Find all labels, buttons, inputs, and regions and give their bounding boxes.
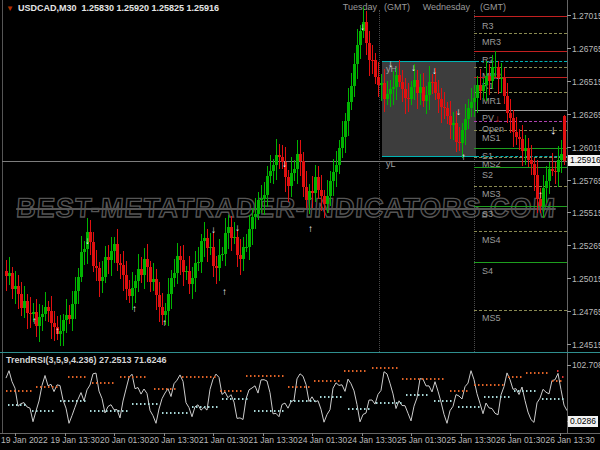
- time-axis-tick: [560, 433, 561, 436]
- down-arrow-marker: ↓: [432, 65, 437, 77]
- price-tick-mark: [567, 48, 571, 49]
- time-axis-label: 20 Jan 13:30: [150, 435, 199, 445]
- trendrsi-plot: [2, 353, 567, 433]
- time-axis-tick: [461, 433, 462, 436]
- price-tick-mark: [567, 311, 571, 312]
- down-arrow-marker: ↓: [495, 113, 500, 125]
- down-arrow-marker: ↓: [550, 124, 557, 136]
- down-arrow-marker: ↓: [456, 106, 461, 118]
- trendrsi-subwindow[interactable]: TrendRSI(3,5,9,4.236) 27.2513 71.6246: [2, 353, 567, 433]
- price-tick-mark: [567, 114, 571, 115]
- symbol-dropdown-icon[interactable]: ▼: [6, 4, 14, 13]
- time-axis-label: 20 Jan 01:30: [100, 435, 149, 445]
- time-axis-tick: [312, 433, 313, 436]
- price-tick-label: 1.24765: [572, 307, 600, 317]
- price-tick-label: 1.25765: [572, 176, 600, 186]
- price-tick-label: 1.26515: [572, 77, 600, 87]
- signal-arrows-layer: ↑↑↓↑↑↓↑↓↓↑↓↓↓↓↓↑↓↑↓: [2, 0, 567, 352]
- price-tick-label: 1.24515: [572, 340, 600, 350]
- time-axis-label: 24 Jan 01:30: [298, 435, 347, 445]
- time-axis-label: 19 Jan 13:30: [51, 435, 100, 445]
- up-arrow-marker: ↑: [162, 317, 167, 329]
- down-arrow-marker: ↓: [282, 158, 287, 170]
- time-axis[interactable]: 19 Jan 202219 Jan 13:3020 Jan 01:3020 Ja…: [0, 435, 600, 450]
- indicator-scale-tick: [567, 365, 571, 366]
- price-tick-mark: [567, 344, 571, 345]
- price-tick-mark: [567, 15, 571, 16]
- indicator-scale-max: 102.7087: [572, 361, 600, 370]
- down-arrow-marker: ↓: [411, 62, 416, 74]
- price-tick-label: 1.26015: [572, 143, 600, 153]
- price-tick-mark: [567, 278, 571, 279]
- down-arrow-marker: ↓: [388, 58, 393, 70]
- time-axis-label: 21 Jan 01:30: [199, 435, 248, 445]
- down-arrow-marker: ↓: [360, 21, 365, 33]
- chart-canvas[interactable]: BEST-METATRADER-INDICATORS.COM R3MR3R2MR…: [2, 0, 567, 352]
- price-tick-mark: [567, 245, 571, 246]
- time-axis-label: 25 Jan 01:30: [397, 435, 446, 445]
- up-arrow-marker: ↑: [538, 189, 543, 201]
- indicator-title: TrendRSI(3,5,9,4.236) 27.2513 71.6246: [6, 355, 167, 365]
- current-price-label: 1.25916: [568, 155, 600, 166]
- price-tick-mark: [567, 81, 571, 82]
- price-tick-label: 1.25015: [572, 274, 600, 284]
- rsi-line: [6, 371, 567, 424]
- time-axis-label: 25 Jan 13:30: [447, 435, 496, 445]
- time-axis-label: 21 Jan 13:30: [249, 435, 298, 445]
- time-axis-tick: [65, 433, 66, 436]
- time-axis-tick: [362, 433, 363, 436]
- price-tick-label: 1.26765: [572, 44, 600, 54]
- price-tick-mark: [567, 212, 571, 213]
- ohlc-values: 1.25830 1.25920 1.25825 1.25916: [81, 3, 219, 13]
- time-axis-tick: [164, 433, 165, 436]
- time-axis-tick: [411, 433, 412, 436]
- price-tick-mark: [567, 180, 571, 181]
- up-arrow-marker: ↑: [132, 303, 137, 315]
- down-arrow-marker: ↓: [211, 224, 216, 236]
- chart-ohlc-readout: ▼USDCAD,M30 1.25830 1.25920 1.25825 1.25…: [6, 3, 219, 13]
- up-arrow-marker: ↑: [222, 286, 227, 298]
- symbol-timeframe-label: USDCAD,M30: [18, 3, 77, 13]
- time-axis-label: 26 Jan 13:30: [546, 435, 595, 445]
- price-tick-label: 1.25265: [572, 241, 600, 251]
- down-arrow-marker: ↓: [85, 235, 90, 247]
- indicator-current-value: 0.0286: [568, 416, 598, 427]
- time-axis-tick: [263, 433, 264, 436]
- scale-border: [567, 0, 568, 433]
- time-axis-label: 19 Jan 2022: [1, 435, 48, 445]
- price-tick-label: 1.26265: [572, 110, 600, 120]
- mt4-chart-window: ▼USDCAD,M30 1.25830 1.25920 1.25825 1.25…: [0, 0, 600, 450]
- up-arrow-marker: ↑: [32, 315, 37, 327]
- price-tick-mark: [567, 147, 571, 148]
- time-axis-tick: [114, 433, 115, 436]
- time-axis-tick: [15, 433, 16, 436]
- price-tick-label: 1.25515: [572, 208, 600, 218]
- up-arrow-marker: ↑: [308, 223, 313, 235]
- time-axis-label: 24 Jan 13:30: [348, 435, 397, 445]
- price-tick-label: 1.27015: [572, 11, 600, 21]
- time-axis-tick: [213, 433, 214, 436]
- time-axis-tick: [510, 433, 511, 436]
- down-arrow-marker: ↓: [235, 222, 240, 234]
- time-axis-label: 26 Jan 01:30: [496, 435, 545, 445]
- up-arrow-marker: ↑: [55, 325, 60, 337]
- up-arrow-marker: ↑: [461, 151, 466, 163]
